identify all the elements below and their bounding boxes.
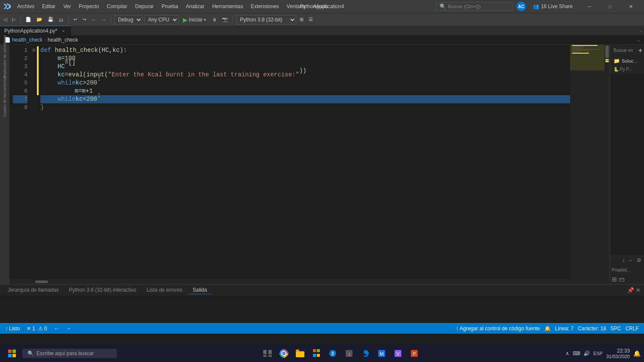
status-ready: Listo	[9, 326, 20, 332]
menu-ver[interactable]: Ver	[60, 3, 74, 10]
source-control-btn[interactable]: ↑ Agregar al control de código fuente	[454, 323, 542, 334]
menu-depurar[interactable]: Depurar	[132, 3, 157, 10]
screenshot-btn[interactable]: 📷	[220, 16, 230, 23]
menu-prueba[interactable]: Prueba	[158, 3, 182, 10]
toolbar-sep3	[111, 16, 111, 23]
svg-rect-3	[12, 354, 16, 357]
vertical-scrollbar[interactable]	[605, 45, 610, 284]
menu-herramientas[interactable]: Herramientas	[209, 3, 246, 10]
debug-dropdown[interactable]: Debug	[114, 15, 143, 24]
tab-error-list[interactable]: Lista de errores	[142, 286, 186, 294]
status-nav-back[interactable]: ←	[52, 323, 61, 334]
svg-text:2: 2	[332, 351, 334, 356]
menu-editar[interactable]: Editar	[39, 3, 59, 10]
status-errors[interactable]: ✕ 1 ⚠ 0	[25, 323, 49, 334]
activity-item-explorer[interactable]: Explorador de servidores	[0, 46, 9, 67]
tab-salida[interactable]: Salida	[188, 286, 211, 294]
grid-icon[interactable]: ⊞	[612, 276, 617, 283]
cpu-dropdown[interactable]: Any CPU	[144, 15, 179, 24]
notifications-icon[interactable]: 🔔	[633, 350, 641, 357]
toolbar-open[interactable]: 📂	[35, 16, 44, 23]
line-info[interactable]: Línea: 7	[553, 323, 575, 334]
toolbar-undo[interactable]: ↩	[72, 16, 79, 23]
title-search-box[interactable]: 🔍 Buscar (Ctrl+Q)	[436, 2, 513, 11]
toolbar-arrow-right[interactable]: →	[100, 16, 108, 23]
taskbar-edge[interactable]	[358, 346, 373, 361]
toolbar-arrow-left[interactable]: ←	[90, 16, 98, 23]
pause-btn[interactable]: ⏸	[210, 16, 219, 23]
h-scroll-thumb[interactable]	[35, 281, 48, 283]
panel-pin-btn[interactable]: 📌	[627, 287, 634, 293]
menu-archivo[interactable]: Archivo	[14, 3, 38, 10]
toolbar-redo[interactable]: ↪	[81, 16, 88, 23]
toolbar-forward[interactable]: ▷	[10, 16, 17, 23]
solution-item[interactable]: 📁 Soluc...	[612, 57, 642, 65]
minimize-button[interactable]: ─	[580, 0, 599, 13]
menu-extensiones[interactable]: Extensiones	[247, 3, 282, 10]
start-button[interactable]	[3, 345, 21, 362]
panel-btn-3[interactable]: ⚙	[636, 256, 642, 264]
status-nav-forward[interactable]: →	[64, 323, 73, 334]
fold-2	[31, 54, 37, 63]
menu-analizar[interactable]: Analizar	[182, 3, 208, 10]
encoding-info[interactable]: SPC	[609, 323, 623, 334]
taskbar-task-view[interactable]	[260, 346, 275, 361]
right-panel-add-btn[interactable]: +	[638, 47, 642, 54]
solution-icon: 📁	[614, 58, 620, 64]
python-selector[interactable]: Python 3.8 (32-bit)	[236, 15, 296, 24]
breadcrumb-sep: ›	[44, 37, 46, 43]
svg-text:V: V	[397, 351, 400, 356]
breadcrumb-dropdown[interactable]: ⌵	[637, 37, 640, 43]
solution-tree-item[interactable]: 🐍 Py P...	[612, 65, 642, 73]
toolbar-back[interactable]: ◁	[2, 16, 9, 23]
taskbar-chrome[interactable]	[276, 346, 292, 361]
panel-btn-2[interactable]: ↔	[627, 256, 634, 264]
run-dropdown-icon: ▾	[204, 18, 206, 22]
fold-1[interactable]: ⊟	[31, 46, 37, 54]
close-button[interactable]: ✕	[621, 0, 641, 13]
svg-rect-14	[317, 349, 320, 352]
activity-item-toolbox[interactable]: Cuadro de herramientas	[0, 86, 9, 106]
taskbar-app6[interactable]: ↓	[341, 346, 357, 361]
code-lines[interactable]: def health_check(HC,kc): m=100 HC=[] kc=…	[39, 46, 570, 279]
status-git[interactable]: ↑ Listo	[3, 323, 21, 334]
menu-proyecto[interactable]: Proyecto	[75, 3, 102, 10]
tab-python-interactive[interactable]: Python 3.8 (32-bit) interactivo	[65, 286, 141, 294]
toolbar-saveall[interactable]: 🗂	[57, 16, 65, 23]
taskbar-search-placeholder: Escribe aquí para buscar	[36, 350, 94, 356]
panel-close-btn[interactable]: ✕	[636, 287, 641, 293]
warning-icon: ⚠	[38, 326, 43, 332]
run-button[interactable]: ▶ Iniciar ▾	[180, 15, 209, 24]
toolbar-save[interactable]: 💾	[46, 16, 55, 23]
taskbar-network[interactable]: 🔊	[583, 350, 590, 356]
char-info[interactable]: Carácter: 18	[576, 323, 608, 334]
file-tab-active[interactable]: PythonApplication4.py* ×	[0, 26, 71, 35]
taskbar-up-icon[interactable]: ∧	[565, 350, 569, 356]
line-ending-info[interactable]: CRLF	[624, 323, 641, 334]
list-icon[interactable]: 🗃	[619, 276, 625, 283]
tab-chevron[interactable]: ⌵	[639, 28, 644, 33]
tab-close-btn[interactable]: ×	[60, 27, 67, 34]
maximize-button[interactable]: □	[600, 0, 620, 13]
taskbar-explorer[interactable]	[292, 346, 308, 361]
taskbar-keyboard[interactable]: ⌨	[573, 350, 580, 356]
panel-btn-1[interactable]: ↕	[621, 256, 626, 264]
taskbar-app9[interactable]: V	[390, 346, 406, 361]
taskbar-app5[interactable]: 2	[325, 346, 340, 361]
horizontal-scrollbar[interactable]	[9, 279, 570, 284]
tab-call-hierarchy[interactable]: Jerarquía de llamadas	[3, 286, 63, 294]
list-btn[interactable]: ☰	[307, 16, 315, 23]
notifications-btn[interactable]: 🔔	[543, 323, 553, 334]
taskbar-search[interactable]: 🔍 Escribe aquí para buscar	[22, 349, 117, 358]
live-share-button[interactable]: 👥 16 Live Share	[529, 3, 576, 10]
menu-compilar[interactable]: Compilar	[103, 3, 131, 10]
bottom-tabs: Jerarquía de llamadas Python 3.8 (32-bit…	[0, 285, 644, 296]
taskbar-app8[interactable]: M	[374, 346, 389, 361]
toolbar-new[interactable]: 📄	[24, 16, 33, 23]
fold-gutter: ⊟	[31, 46, 37, 279]
grid-btn[interactable]: ⊞	[298, 16, 305, 23]
taskbar-store[interactable]	[309, 346, 324, 361]
right-panel-toolbar: ↕ ↔ ⚙	[610, 255, 644, 266]
v-scroll-thumb[interactable]	[605, 45, 609, 58]
taskbar-powerpoint[interactable]: P	[407, 346, 422, 361]
